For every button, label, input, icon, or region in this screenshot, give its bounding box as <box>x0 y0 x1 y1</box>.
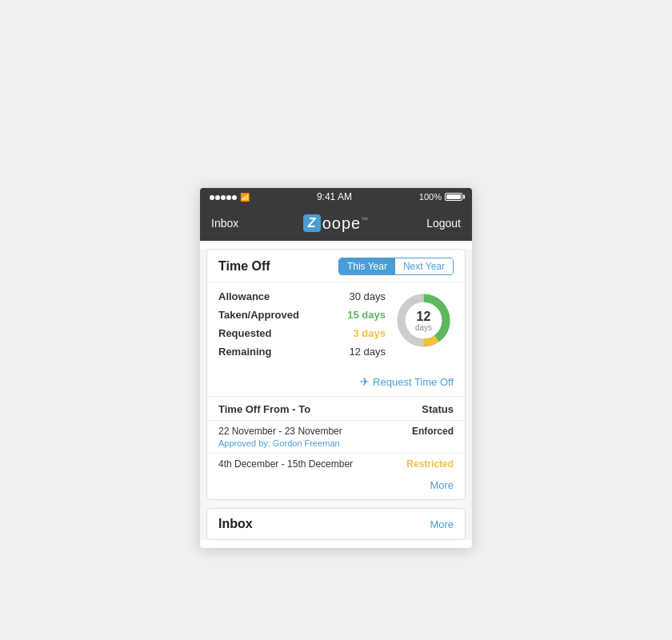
logo-text: oope™ <box>322 214 370 233</box>
status-bar: 📶 9:41 AM 100% <box>200 188 472 206</box>
request-link-text: Request Time Off <box>373 376 454 388</box>
requested-label: Requested <box>218 327 271 339</box>
donut-unit: days <box>415 323 432 332</box>
logo-tm: ™ <box>361 216 369 224</box>
stat-requested: Requested 3 days <box>218 327 386 339</box>
main-content: Time Off This Year Next Year Allowance 3… <box>200 249 472 540</box>
inbox-card-header: Inbox More <box>207 509 465 539</box>
time-off-table-header: Time Off From - To Status <box>207 396 465 420</box>
time-range-1: 22 November - 23 November <box>218 426 342 437</box>
stat-remaining: Remaining 12 days <box>218 346 386 358</box>
year-toggle: This Year Next Year <box>338 258 454 275</box>
status-restricted: Restricted <box>406 458 454 470</box>
table-row: 4th December - 15th December Restricted <box>207 453 465 474</box>
wifi-icon: 📶 <box>240 193 250 202</box>
phone-frame: 📶 9:41 AM 100% Inbox Z oope™ Logout <box>200 188 472 548</box>
logo-z-icon: Z <box>303 214 321 232</box>
time-off-card: Time Off This Year Next Year Allowance 3… <box>206 249 466 500</box>
inbox-title: Inbox <box>218 517 253 531</box>
remaining-value: 12 days <box>349 346 386 358</box>
inbox-nav-button[interactable]: Inbox <box>211 217 251 230</box>
remaining-label: Remaining <box>218 346 271 358</box>
battery-icon <box>445 193 462 201</box>
time-off-card-body: Allowance 30 days Taken/Approved 15 days… <box>207 282 465 372</box>
logo: Z oope™ <box>303 214 370 233</box>
taken-value: 15 days <box>347 309 386 321</box>
time-off-card-header: Time Off This Year Next Year <box>207 250 465 282</box>
logout-button[interactable]: Logout <box>421 217 461 230</box>
status-header: Status <box>422 403 454 415</box>
time-off-more-link[interactable]: More <box>207 474 465 499</box>
requested-value: 3 days <box>354 327 386 339</box>
this-year-button[interactable]: This Year <box>339 258 395 274</box>
status-time: 9:41 AM <box>317 191 352 202</box>
allowance-value: 30 days <box>349 290 386 302</box>
battery-percent: 100% <box>419 192 442 202</box>
status-left: 📶 <box>210 192 250 202</box>
approved-by-1: Approved by: Gordon Freeman <box>218 438 454 448</box>
stat-taken: Taken/Approved 15 days <box>218 309 386 321</box>
time-range-2: 4th December - 15th December <box>218 458 353 470</box>
time-off-title: Time Off <box>218 259 270 274</box>
taken-label: Taken/Approved <box>218 309 299 321</box>
request-time-off-link[interactable]: ✈ Request Time Off <box>207 372 465 396</box>
stats-column: Allowance 30 days Taken/Approved 15 days… <box>218 290 386 364</box>
stat-allowance: Allowance 30 days <box>218 290 386 302</box>
row-top: 22 November - 23 November Enforced <box>218 426 454 437</box>
signal-dots <box>210 192 238 202</box>
table-row: 22 November - 23 November Enforced Appro… <box>207 420 465 453</box>
battery-fill <box>446 194 461 199</box>
next-year-button[interactable]: Next Year <box>395 258 453 274</box>
donut-chart: 12 days <box>394 290 454 350</box>
status-enforced: Enforced <box>412 426 454 437</box>
donut-center: 12 days <box>415 309 432 332</box>
allowance-label: Allowance <box>218 290 270 302</box>
page-background: 📶 9:41 AM 100% Inbox Z oope™ Logout <box>0 0 672 640</box>
inbox-card: Inbox More <box>206 508 466 540</box>
nav-bar: Inbox Z oope™ Logout <box>200 206 472 241</box>
inbox-more-link[interactable]: More <box>430 518 454 530</box>
status-right: 100% <box>419 192 462 202</box>
donut-number: 12 <box>415 309 432 323</box>
row-top-2: 4th December - 15th December Restricted <box>218 458 454 470</box>
plane-icon: ✈ <box>360 375 370 388</box>
from-to-header: Time Off From - To <box>218 403 310 415</box>
